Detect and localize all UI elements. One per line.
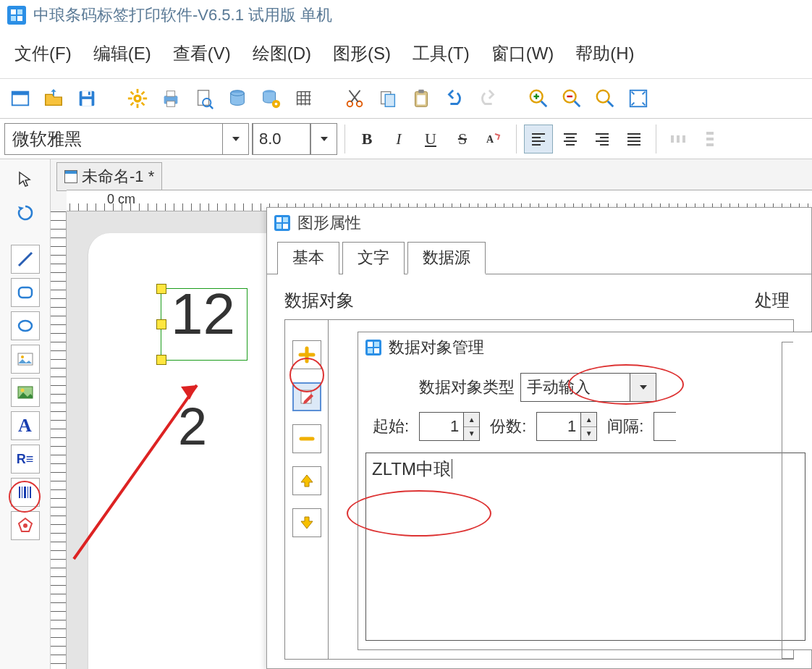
save-button[interactable] (72, 84, 101, 113)
edit-button[interactable] (292, 382, 321, 411)
align-center-button[interactable] (556, 125, 585, 153)
menu-shape[interactable]: 图形(S) (333, 42, 391, 65)
barcode-tool[interactable] (11, 478, 40, 507)
menu-tool[interactable]: 工具(T) (413, 42, 470, 65)
tab-datasource[interactable]: 数据源 (407, 242, 486, 274)
remove-button[interactable] (292, 424, 321, 453)
grid-button[interactable] (289, 84, 318, 113)
resize-handle[interactable] (156, 355, 166, 365)
svg-point-83 (19, 321, 32, 331)
tab-text[interactable]: 文字 (342, 242, 405, 274)
chevron-down-icon[interactable] (310, 124, 337, 154)
strikethrough-button[interactable]: S (448, 125, 477, 153)
resize-handle[interactable] (156, 284, 166, 294)
menu-window[interactable]: 窗口(W) (491, 42, 554, 65)
menu-help[interactable]: 帮助(H) (575, 42, 634, 65)
svg-rect-8 (82, 99, 91, 106)
picture-tool[interactable] (11, 378, 40, 407)
bold-button[interactable]: B (352, 125, 381, 153)
chevron-down-icon[interactable] (222, 124, 248, 154)
italic-button[interactable]: I (384, 125, 413, 153)
dialog-tabs: 基本 文字 数据源 (267, 241, 811, 274)
start-value: 1 (420, 413, 463, 440)
settings-button[interactable] (123, 84, 152, 113)
zoom-fit-button[interactable] (624, 84, 653, 113)
move-up-button[interactable] (292, 466, 321, 495)
move-down-button[interactable] (292, 508, 321, 537)
svg-point-87 (20, 389, 24, 392)
titlebar: 中琅条码标签打印软件-V6.5.1 试用版 单机 (0, 0, 812, 30)
copy-button[interactable] (373, 84, 402, 113)
align-left-button[interactable] (524, 125, 553, 153)
spinner[interactable]: ▲▼ (580, 413, 596, 440)
start-input[interactable]: 1 ▲▼ (419, 412, 480, 441)
svg-line-53 (575, 101, 580, 107)
distribute-h-button[interactable] (664, 125, 693, 153)
print-button[interactable] (156, 84, 185, 113)
align-right-button[interactable] (588, 125, 617, 153)
tab-basic[interactable]: 基本 (277, 242, 339, 274)
menu-view[interactable]: 查看(V) (173, 42, 231, 65)
underline-button[interactable]: U (416, 125, 445, 153)
text-object-2[interactable]: 2 (178, 397, 207, 456)
svg-rect-89 (22, 487, 22, 498)
svg-line-15 (131, 92, 134, 95)
font-size-select[interactable]: 8.0 (252, 123, 337, 155)
svg-rect-96 (283, 217, 288, 222)
pointer-tool[interactable] (11, 165, 40, 194)
richtext-tool[interactable]: R≡ (11, 445, 40, 474)
align-justify-button[interactable] (619, 125, 648, 153)
svg-point-93 (23, 523, 28, 528)
rotate-tool[interactable] (11, 198, 40, 227)
redo-button[interactable] (473, 84, 502, 113)
zoom-out-button[interactable] (557, 84, 586, 113)
zoom-in-button[interactable] (524, 84, 553, 113)
svg-rect-44 (385, 94, 394, 106)
distribute-v-button[interactable] (695, 125, 724, 153)
rounded-rect-tool[interactable] (11, 278, 40, 307)
count-input[interactable]: 1 ▲▼ (536, 412, 597, 441)
document-tab-label: 未命名-1 * (82, 166, 154, 188)
svg-rect-90 (24, 487, 26, 498)
document-tab[interactable]: 未命名-1 * (56, 162, 162, 191)
text-tool[interactable]: A (11, 411, 40, 440)
new-button[interactable] (6, 84, 35, 113)
image-tool[interactable] (11, 345, 40, 374)
menu-file[interactable]: 文件(F) (14, 42, 72, 65)
text-effect-button[interactable]: A (480, 125, 509, 153)
type-combobox[interactable]: 手动输入 (520, 373, 656, 402)
type-value: 手动输入 (521, 374, 630, 401)
open-button[interactable] (39, 84, 68, 113)
svg-rect-2 (11, 16, 16, 21)
type-label: 数据对象类型 (419, 376, 515, 398)
svg-rect-103 (368, 348, 373, 353)
database-button[interactable] (223, 84, 252, 113)
print-preview-button[interactable] (190, 84, 219, 113)
menu-draw[interactable]: 绘图(D) (253, 42, 311, 65)
line-tool[interactable] (11, 245, 40, 274)
dialog-titlebar[interactable]: 图形属性 (267, 208, 811, 238)
menu-edit[interactable]: 编辑(E) (93, 42, 151, 65)
svg-line-18 (142, 92, 145, 95)
data-text-input[interactable]: ZLTM中琅 (365, 453, 805, 641)
polygon-tool[interactable] (11, 511, 40, 540)
cut-button[interactable] (340, 84, 369, 113)
database-settings-button[interactable] (256, 84, 285, 113)
undo-button[interactable] (440, 84, 469, 113)
svg-line-56 (608, 101, 614, 107)
svg-rect-80 (706, 143, 714, 146)
inner-dialog-titlebar[interactable]: 数据对象管理 (358, 332, 812, 363)
ellipse-tool[interactable] (11, 311, 40, 340)
svg-rect-3 (17, 16, 22, 21)
interval-input[interactable] (654, 412, 676, 441)
properties-dialog: 图形属性 基本 文字 数据源 数据对象 处理 (266, 207, 812, 669)
paste-button[interactable] (407, 84, 436, 113)
chevron-down-icon[interactable] (630, 374, 656, 401)
svg-rect-82 (19, 287, 32, 298)
zoom-actual-button[interactable] (591, 84, 619, 113)
add-button[interactable] (292, 340, 321, 369)
svg-rect-88 (19, 487, 20, 498)
spinner[interactable]: ▲▼ (463, 413, 479, 440)
font-family-select[interactable]: 微软雅黑 (4, 123, 249, 155)
resize-handle[interactable] (156, 319, 166, 329)
